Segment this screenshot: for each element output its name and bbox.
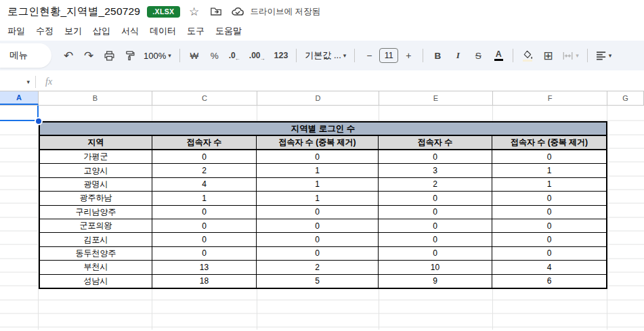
italic-button[interactable]: I — [449, 46, 467, 65]
save-status[interactable]: 드라이브에 저장됨 — [251, 6, 320, 18]
sheet-grid[interactable]: 지역별 로그인 수 지역접속자 수접속자 수 (중복 제거)접속자 수접속자 수… — [0, 106, 644, 330]
count-cell[interactable]: 10 — [379, 261, 492, 273]
count-cell[interactable]: 0 — [152, 247, 257, 260]
table-title-cell[interactable]: 지역별 로그인 수 — [40, 123, 606, 136]
search-menus-button[interactable]: 메뉴 — [0, 43, 51, 68]
count-cell[interactable]: 0 — [257, 206, 379, 219]
bold-button[interactable]: B — [429, 46, 446, 65]
count-cell[interactable]: 0 — [492, 206, 606, 219]
count-cell[interactable]: 0 — [492, 247, 606, 260]
header-cell[interactable]: 접속자 수 — [152, 136, 257, 149]
column-header-c[interactable]: C — [152, 91, 257, 105]
region-cell[interactable]: 구리남양주 — [40, 206, 152, 219]
header-cell[interactable]: 접속자 수 — [379, 136, 492, 149]
count-cell[interactable]: 0 — [152, 150, 257, 163]
font-size-input[interactable]: 11 — [379, 48, 398, 63]
menu-item[interactable]: 데이터 — [144, 24, 181, 39]
count-cell[interactable]: 4 — [152, 178, 257, 191]
count-cell[interactable]: 0 — [492, 150, 606, 163]
font-family-select[interactable]: 기본값 ...▾ — [302, 46, 349, 65]
menu-item[interactable]: 파일 — [2, 24, 30, 39]
borders-button[interactable]: ⊞ — [539, 46, 557, 65]
name-box[interactable]: ▾ — [0, 73, 35, 91]
increase-font-size-button[interactable]: + — [400, 46, 417, 65]
count-cell[interactable]: 0 — [379, 219, 492, 232]
currency-format-button[interactable]: ₩ — [186, 46, 203, 65]
region-cell[interactable]: 고양시 — [40, 164, 152, 177]
column-header-e[interactable]: E — [379, 91, 493, 105]
header-cell[interactable]: 지역 — [40, 136, 152, 149]
horizontal-align-button[interactable]: ▾ — [593, 46, 615, 65]
print-button[interactable] — [100, 46, 118, 65]
strikethrough-button[interactable]: S — [469, 46, 487, 65]
count-cell[interactable]: 0 — [379, 192, 492, 204]
count-cell[interactable]: 2 — [257, 261, 379, 273]
star-icon[interactable]: ☆ — [187, 4, 202, 19]
count-cell[interactable]: 0 — [492, 219, 606, 232]
count-cell[interactable]: 1 — [152, 192, 257, 204]
count-cell[interactable]: 3 — [379, 164, 492, 177]
column-header-g[interactable]: G — [607, 91, 644, 105]
region-cell[interactable]: 군포의왕 — [40, 219, 152, 232]
count-cell[interactable]: 13 — [152, 261, 257, 273]
column-header-a[interactable]: A — [0, 91, 39, 105]
count-cell[interactable]: 0 — [379, 150, 492, 163]
formula-input[interactable] — [52, 73, 644, 91]
redo-button[interactable]: ↷ — [80, 46, 98, 65]
count-cell[interactable]: 0 — [257, 233, 379, 246]
count-cell[interactable]: 1 — [257, 164, 379, 177]
count-cell[interactable]: 1 — [257, 192, 379, 204]
menu-item[interactable]: 서식 — [116, 24, 144, 39]
region-cell[interactable]: 동두천양주 — [40, 247, 152, 260]
merge-cells-button[interactable]: ▾ — [559, 46, 582, 65]
fill-color-button[interactable] — [519, 46, 536, 65]
percent-format-button[interactable]: % — [206, 46, 223, 65]
count-cell[interactable]: 0 — [379, 233, 492, 246]
menu-item[interactable]: 수정 — [30, 24, 59, 39]
count-cell[interactable]: 0 — [379, 247, 492, 260]
count-cell[interactable]: 0 — [492, 233, 606, 246]
more-formats-button[interactable]: 123 — [271, 46, 291, 65]
count-cell[interactable]: 1 — [257, 178, 379, 191]
count-cell[interactable]: 2 — [379, 178, 492, 191]
count-cell[interactable]: 5 — [257, 275, 379, 288]
move-folder-icon[interactable] — [209, 4, 223, 19]
column-header-b[interactable]: B — [39, 91, 152, 105]
header-cell[interactable]: 접속자 수 (중복 제거) — [257, 136, 379, 149]
menu-item[interactable]: 보기 — [59, 24, 87, 39]
region-cell[interactable]: 김포시 — [40, 233, 152, 246]
region-cell[interactable]: 부천시 — [40, 261, 152, 273]
region-cell[interactable]: 가평군 — [40, 150, 152, 163]
count-cell[interactable]: 0 — [152, 233, 257, 246]
menu-item[interactable]: 도구 — [181, 24, 210, 39]
header-cell[interactable]: 접속자 수 (중복 제거) — [492, 136, 606, 149]
count-cell[interactable]: 6 — [492, 275, 606, 288]
count-cell[interactable]: 4 — [492, 261, 606, 273]
decrease-font-size-button[interactable]: − — [360, 46, 378, 65]
text-color-button[interactable]: A — [490, 46, 507, 65]
region-cell[interactable]: 광명시 — [40, 178, 152, 191]
count-cell[interactable]: 9 — [379, 275, 492, 288]
menu-item[interactable]: 도움말 — [210, 24, 247, 39]
column-header-d[interactable]: D — [257, 91, 379, 105]
zoom-select[interactable]: 100%▾ — [141, 46, 174, 65]
menu-item[interactable]: 삽입 — [87, 24, 116, 39]
count-cell[interactable]: 18 — [152, 275, 257, 288]
cloud-saved-icon[interactable] — [230, 4, 245, 19]
count-cell[interactable]: 0 — [379, 206, 492, 219]
fill-handle[interactable] — [35, 117, 43, 125]
count-cell[interactable]: 0 — [152, 219, 257, 232]
column-header-f[interactable]: F — [493, 91, 607, 105]
region-cell[interactable]: 성남시 — [40, 275, 152, 288]
count-cell[interactable]: 0 — [257, 150, 379, 163]
undo-button[interactable]: ↶ — [60, 46, 77, 65]
decrease-decimal-button[interactable]: .0← — [226, 46, 244, 65]
count-cell[interactable]: 0 — [152, 206, 257, 219]
count-cell[interactable]: 1 — [492, 178, 606, 191]
count-cell[interactable]: 1 — [492, 164, 606, 177]
count-cell[interactable]: 0 — [257, 247, 379, 260]
count-cell[interactable]: 2 — [152, 164, 257, 177]
paint-format-button[interactable] — [121, 46, 138, 65]
document-title[interactable]: 로그인현황_지역별_250729 — [7, 5, 140, 19]
increase-decimal-button[interactable]: .00→ — [246, 46, 269, 65]
